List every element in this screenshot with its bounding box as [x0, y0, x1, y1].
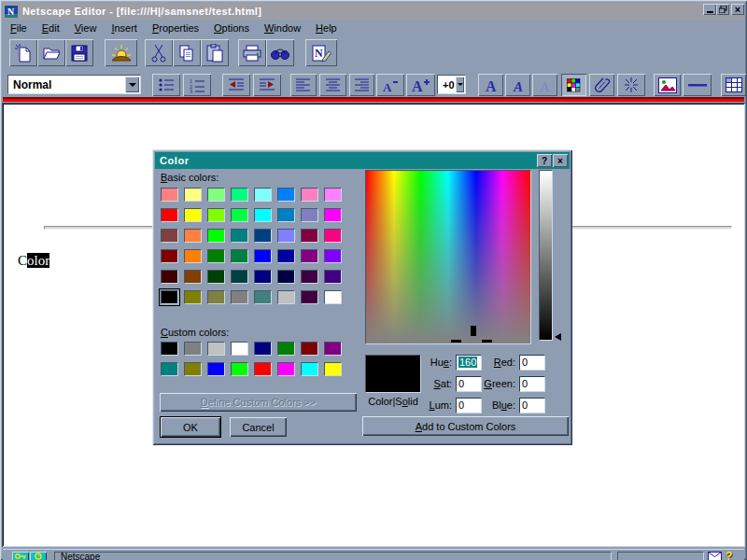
dialog-help-button[interactable]: ? — [537, 154, 552, 167]
bullet-list-button[interactable] — [152, 74, 180, 96]
italic-button[interactable]: A — [505, 74, 530, 96]
color-swatch[interactable] — [324, 290, 342, 304]
green-field[interactable]: 0 — [519, 376, 545, 392]
color-swatch[interactable] — [161, 290, 178, 304]
color-swatch[interactable] — [184, 362, 202, 376]
color-swatch[interactable] — [301, 290, 318, 304]
color-swatch[interactable] — [184, 249, 202, 263]
color-swatch[interactable] — [324, 362, 342, 376]
increase-font-size-button[interactable]: A — [406, 74, 435, 96]
color-swatch[interactable] — [301, 208, 318, 222]
color-swatch[interactable] — [324, 342, 342, 356]
minimize-button[interactable] — [703, 4, 716, 15]
color-swatch[interactable] — [207, 362, 225, 376]
menu-window[interactable]: Window — [259, 21, 308, 35]
insert-target-button[interactable] — [617, 74, 645, 96]
menu-help[interactable]: Help — [310, 21, 345, 35]
color-swatch[interactable] — [301, 342, 318, 356]
color-swatch[interactable] — [184, 270, 202, 284]
color-swatch[interactable] — [161, 229, 178, 243]
color-swatch[interactable] — [207, 229, 225, 243]
ok-button[interactable]: OK — [160, 416, 221, 438]
color-swatch[interactable] — [277, 342, 295, 356]
color-swatch[interactable] — [161, 362, 178, 376]
color-swatch[interactable] — [301, 362, 318, 376]
color-swatch[interactable] — [231, 229, 248, 243]
color-dialog-titlebar[interactable]: Color — [155, 152, 570, 169]
menu-properties[interactable]: Properties — [147, 21, 206, 35]
hue-saturation-field[interactable] — [365, 170, 531, 344]
open-button[interactable] — [37, 39, 65, 66]
color-swatch[interactable] — [207, 342, 225, 356]
fixed-width-button[interactable]: A — [532, 74, 557, 96]
color-swatch[interactable] — [207, 249, 225, 263]
color-swatch[interactable] — [277, 249, 295, 263]
bold-button[interactable]: A — [478, 74, 503, 96]
color-swatch[interactable] — [231, 290, 248, 304]
copy-button[interactable] — [173, 39, 201, 66]
color-swatch[interactable] — [301, 188, 318, 202]
print-button[interactable] — [238, 39, 266, 66]
color-swatch[interactable] — [161, 208, 178, 222]
numbered-list-button[interactable]: 123 — [183, 74, 211, 96]
color-swatch[interactable] — [207, 188, 225, 202]
align-left-button[interactable] — [290, 74, 317, 96]
insert-horizontal-line-button[interactable] — [683, 74, 712, 96]
color-swatch[interactable] — [301, 270, 318, 284]
add-to-custom-colors-button[interactable]: Add to Custom Colors — [362, 416, 569, 436]
security-key-icon[interactable] — [12, 552, 29, 560]
view-in-browser-button[interactable] — [105, 39, 137, 66]
insert-table-button[interactable] — [721, 74, 746, 96]
color-swatch[interactable] — [207, 290, 225, 304]
color-swatch[interactable] — [254, 229, 272, 243]
color-swatch[interactable] — [301, 249, 318, 263]
luminance-slider-arrow[interactable] — [555, 333, 561, 341]
color-swatch[interactable] — [324, 249, 342, 263]
cut-button[interactable] — [145, 39, 173, 66]
color-swatch[interactable] — [184, 208, 202, 222]
menu-edit[interactable]: Edit — [36, 21, 67, 35]
color-swatch[interactable] — [277, 208, 295, 222]
color-swatch[interactable] — [254, 188, 272, 202]
color-swatch[interactable] — [277, 229, 295, 243]
color-swatch[interactable] — [277, 270, 295, 284]
insert-image-button[interactable] — [654, 74, 681, 96]
color-swatch[interactable] — [231, 342, 248, 356]
font-size-dropdown-button[interactable] — [456, 77, 464, 92]
color-swatch[interactable] — [161, 249, 178, 263]
color-swatch[interactable] — [184, 290, 202, 304]
color-swatch[interactable] — [254, 249, 272, 263]
clock-icon[interactable] — [30, 552, 47, 560]
color-swatch[interactable] — [184, 342, 202, 356]
color-swatch[interactable] — [324, 229, 342, 243]
cancel-button[interactable]: Cancel — [230, 417, 287, 437]
color-swatch[interactable] — [277, 362, 295, 376]
close-button[interactable] — [731, 4, 744, 15]
make-link-button[interactable] — [589, 74, 614, 96]
edit-page-button[interactable]: N — [305, 39, 337, 66]
find-button[interactable] — [266, 39, 294, 66]
color-swatch[interactable] — [161, 270, 178, 284]
color-swatch[interactable] — [231, 270, 248, 284]
color-swatch[interactable] — [184, 188, 202, 202]
color-swatch[interactable] — [254, 270, 272, 284]
help-glyph[interactable]: ? — [726, 550, 732, 560]
dialog-close-button[interactable]: × — [553, 154, 568, 167]
increase-indent-button[interactable] — [253, 74, 281, 96]
color-swatch[interactable] — [231, 362, 248, 376]
color-swatch[interactable] — [207, 270, 225, 284]
color-swatch[interactable] — [207, 208, 225, 222]
decrease-indent-button[interactable] — [222, 74, 250, 96]
color-swatch[interactable] — [324, 270, 342, 284]
paragraph-style-dropdown-button[interactable] — [125, 77, 139, 92]
color-swatch[interactable] — [301, 229, 318, 243]
color-swatch[interactable] — [254, 342, 272, 356]
color-swatch[interactable] — [254, 362, 272, 376]
menu-options[interactable]: Options — [208, 21, 257, 35]
color-swatch[interactable] — [184, 229, 202, 243]
restore-button[interactable] — [716, 4, 729, 15]
new-document-button[interactable] — [9, 39, 37, 66]
color-swatch[interactable] — [161, 188, 178, 202]
color-swatch[interactable] — [231, 188, 248, 202]
document-text[interactable]: Color — [18, 253, 49, 269]
